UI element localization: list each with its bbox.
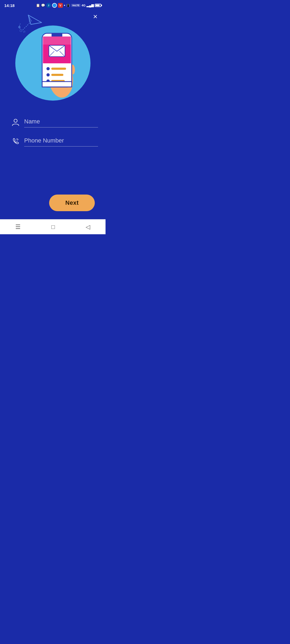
volte-icon: VoLTE xyxy=(71,4,81,7)
status-bar: 14:18 📋 💬 J V • 📳 VoLTE 4G ▂▄▆ xyxy=(0,0,106,10)
svg-rect-13 xyxy=(52,33,62,36)
person-icon xyxy=(11,118,20,127)
signal-icon: ▂▄▆ xyxy=(86,3,94,7)
name-input[interactable] xyxy=(24,117,98,127)
jio-icon: J xyxy=(46,3,51,8)
phone-input-group xyxy=(11,136,95,147)
v-icon: V xyxy=(58,3,63,8)
svg-point-2 xyxy=(19,26,20,28)
time-display: 14:18 xyxy=(4,3,15,8)
close-button[interactable]: × xyxy=(90,12,100,21)
svg-rect-26 xyxy=(42,82,72,87)
back-nav-icon[interactable]: ◁ xyxy=(86,224,90,230)
notification-icon: 📋 xyxy=(36,3,40,7)
next-button-container: Next xyxy=(0,192,106,219)
svg-point-20 xyxy=(46,67,50,70)
phone-icon xyxy=(11,137,20,146)
close-icon: × xyxy=(93,13,97,20)
menu-nav-icon[interactable]: ☰ xyxy=(15,224,21,230)
phone-input[interactable] xyxy=(24,136,98,147)
svg-point-27 xyxy=(14,119,17,122)
form-section xyxy=(0,109,106,192)
message-icon: 💬 xyxy=(41,3,45,7)
home-nav-icon[interactable]: □ xyxy=(51,224,55,230)
name-input-group xyxy=(11,117,95,127)
illustration-area xyxy=(0,10,106,109)
svg-point-1 xyxy=(23,31,25,32)
svg-rect-15 xyxy=(43,36,71,45)
svg-rect-23 xyxy=(51,74,63,76)
circle-icon xyxy=(52,3,57,8)
svg-point-22 xyxy=(46,73,50,76)
dot-icon: • xyxy=(64,3,65,8)
paper-plane-illustration xyxy=(16,12,46,38)
svg-point-0 xyxy=(20,30,22,32)
nav-bar: ☰ □ ◁ xyxy=(0,219,106,234)
battery-icon xyxy=(95,4,101,7)
4g-icon: 4G xyxy=(82,4,86,7)
next-button[interactable]: Next xyxy=(49,195,95,211)
status-icons: 📋 💬 J V • 📳 VoLTE 4G ▂▄▆ xyxy=(36,3,101,8)
svg-rect-21 xyxy=(51,68,66,70)
svg-line-6 xyxy=(31,23,42,24)
vibrate-icon: 📳 xyxy=(66,4,70,7)
